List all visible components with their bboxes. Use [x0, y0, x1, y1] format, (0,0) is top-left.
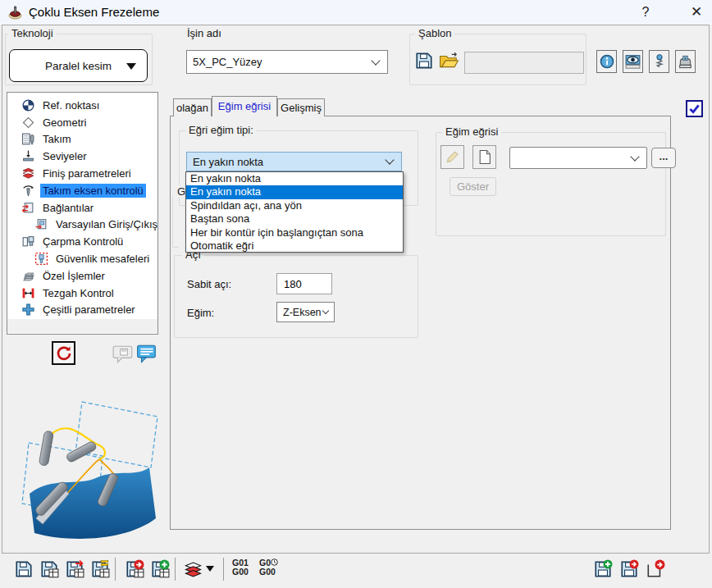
dropdown-item[interactable]: En yakın nokta [186, 172, 403, 185]
dropdown-item[interactable]: Baştan sona [186, 212, 403, 226]
recalculate-button[interactable] [52, 341, 75, 365]
tree-item-guvenlik-mesafeleri[interactable]: Güvenlik mesafeleri [7, 250, 157, 267]
close-button[interactable]: ✕ [686, 2, 707, 23]
comment-button[interactable] [136, 344, 157, 364]
tree-item-cesitli-parametreler[interactable]: Çeşitli parametreler [7, 302, 157, 319]
levels-icon [21, 149, 35, 163]
tool-axis-icon [21, 184, 35, 198]
save-calculate-icon [39, 559, 59, 579]
template-open-button[interactable] [437, 51, 461, 73]
tree-item-tezgah-kontrol[interactable]: Tezgah Kontrol [7, 285, 157, 302]
tool-probe-button[interactable] [649, 50, 669, 73]
tilt-axis-value: Z-Eksen [277, 307, 323, 318]
entry-exit-icon [34, 217, 48, 231]
curve-tilt-type-value: En yakın nokta [187, 156, 386, 168]
tab-gelismis[interactable]: Gelişmiş [277, 98, 325, 116]
tree-item-varsayilan-giris-cikis[interactable]: Varsayılan Giriş/Çıkış [7, 217, 157, 234]
window-title: Çoklu Eksen Frezeleme [29, 5, 159, 19]
open-folder-icon [438, 51, 460, 71]
save-add-icon [150, 559, 170, 579]
exit-without-save-button[interactable] [644, 558, 666, 580]
tree-item-ref-noktasi[interactable]: Ref. noktası [7, 97, 157, 114]
tilt-curve-illustration [20, 395, 161, 545]
info-button[interactable] [596, 50, 617, 73]
tool-icon [21, 132, 35, 146]
chevron-down-icon [126, 63, 136, 70]
note-save-icon [112, 344, 134, 364]
simulation-mode-button[interactable] [182, 558, 204, 580]
tree-item-takim-eksen-kontrolu[interactable]: Takım eksen kontrolü [7, 182, 157, 199]
gcode-button[interactable]: G01 G00 [232, 558, 249, 577]
save-calculate-simulate-button[interactable] [63, 558, 85, 580]
checkmark-icon [688, 103, 701, 115]
technology-dropdown[interactable]: Paralel kesim [9, 49, 148, 82]
dropdown-item[interactable]: En yakın nokta [186, 185, 403, 198]
tree-item-baglantilar[interactable]: Bağlantılar [7, 199, 157, 217]
title-bar: Çoklu Eksen Frezeleme ? ✕ [0, 0, 712, 25]
gcode-time-button[interactable]: G0 G00 [259, 558, 278, 577]
tab-olagan[interactable]: olağan [173, 98, 212, 116]
toolbar-separator [223, 558, 224, 581]
machine-control-icon [21, 286, 35, 300]
comment-icon [136, 344, 157, 364]
toolbar-separator [175, 558, 176, 581]
help-button[interactable]: ? [635, 2, 656, 23]
hidden-group-border [172, 197, 179, 248]
dropdown-item[interactable]: Her bir kontür için başlangıçtan sona [186, 226, 403, 239]
show-hide-button[interactable] [623, 50, 643, 73]
operation-enabled-checkbox[interactable] [686, 100, 703, 117]
dropdown-item[interactable]: Spindıldan açı, ana yön [186, 199, 403, 212]
app-icon [7, 5, 23, 21]
edit-curve-button[interactable] [440, 145, 464, 169]
save-copy-add-button[interactable] [148, 558, 171, 580]
tilt-curve-combobox[interactable] [509, 147, 647, 169]
safety-icon [34, 252, 48, 266]
angle-group [174, 255, 418, 338]
ref-point-icon [21, 98, 35, 112]
tree-item-carpma-kontrolu[interactable]: Çarpma Kontrolü [7, 233, 157, 250]
save-and-gcode-button[interactable] [89, 558, 111, 580]
document-icon [477, 149, 492, 165]
save-add-operation-button[interactable] [591, 558, 614, 580]
template-save-button[interactable] [413, 51, 435, 73]
save-and-exit-button[interactable] [618, 558, 640, 580]
finish-parameters-icon [21, 166, 35, 180]
save-icon [14, 559, 34, 579]
dropdown-caret[interactable] [206, 566, 214, 572]
save-copy-exit-button[interactable] [123, 558, 145, 580]
refresh-icon [56, 345, 72, 362]
tool-probe-icon [653, 54, 666, 70]
tree-item-takim[interactable]: Takım [7, 131, 157, 148]
curve-tilt-type-combobox[interactable]: En yakın nokta [186, 152, 402, 171]
links-icon [21, 201, 35, 215]
save-and-calculate-button[interactable] [38, 558, 60, 580]
tree-horizontal-scrollbar[interactable] [7, 319, 157, 333]
tilt-axis-combobox[interactable]: Z-Eksen [276, 302, 335, 322]
chevron-down-icon [630, 152, 639, 161]
parameters-tree: Ref. noktası Geometri Takım Seviyeler [7, 92, 158, 335]
tree-item-ozel-islemler[interactable]: Özel İşlemler [7, 267, 157, 285]
saved-notes-button[interactable] [112, 344, 134, 364]
save-add-icon [593, 559, 613, 579]
browse-button[interactable]: ... [651, 148, 676, 168]
eye-icon [625, 54, 641, 70]
new-curve-button[interactable] [472, 145, 496, 169]
tree-item-geometri[interactable]: Geometri [7, 114, 157, 131]
machine-icon [678, 54, 693, 70]
chevron-down-icon [385, 155, 394, 164]
tree-item-finis-parametreleri[interactable]: Finiş parametreleri [7, 165, 157, 182]
tab-egim-egrisi[interactable]: Eğim eğrisi [212, 96, 277, 116]
save-gcode-icon [90, 559, 110, 579]
show-button[interactable]: Göster [450, 177, 496, 196]
technology-label: Teknoloji [8, 27, 57, 39]
machine-button[interactable] [675, 50, 696, 73]
special-ops-icon [21, 269, 35, 283]
job-name-combobox[interactable]: 5X_PC_Yüzey [186, 50, 388, 74]
fixed-angle-input[interactable] [276, 273, 332, 294]
template-field[interactable] [464, 52, 584, 74]
save-button[interactable] [12, 558, 34, 580]
tree-item-seviyeler[interactable]: Seviyeler [7, 148, 157, 165]
dropdown-item[interactable]: Otomatik eğri [186, 239, 403, 253]
geometry-icon [21, 116, 35, 130]
fixed-angle-label: Sabit açı: [187, 278, 231, 290]
